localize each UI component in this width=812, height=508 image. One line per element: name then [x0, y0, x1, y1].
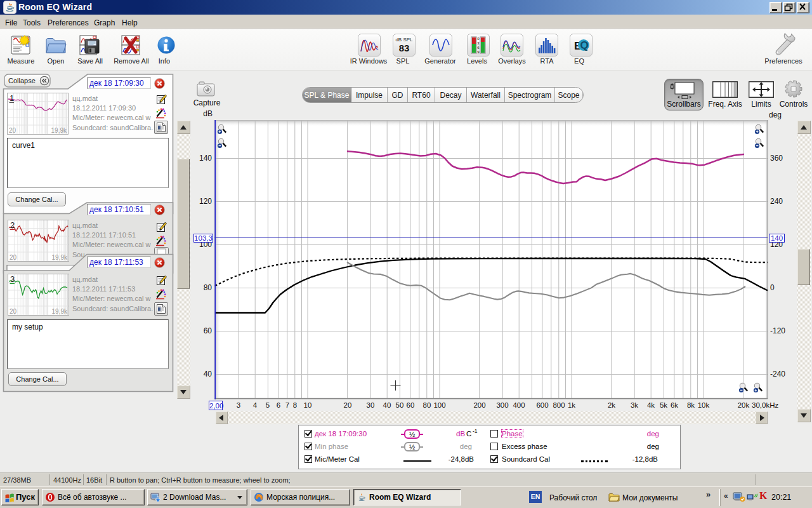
svg-text:83: 83 — [399, 43, 410, 53]
svg-text:19,9k: 19,9k — [52, 308, 68, 315]
svg-text:20: 20 — [9, 127, 16, 134]
svg-text:20: 20 — [10, 308, 17, 315]
svg-text:19,9k: 19,9k — [52, 254, 68, 261]
svg-text:20: 20 — [10, 254, 17, 261]
svg-text:1: 1 — [10, 93, 14, 103]
svg-text:3: 3 — [10, 274, 15, 284]
svg-text:19,9k: 19,9k — [51, 127, 67, 134]
svg-text:dB SPL: dB SPL — [395, 37, 413, 43]
svg-text:2: 2 — [10, 220, 15, 230]
svg-text:Q: Q — [580, 39, 589, 51]
